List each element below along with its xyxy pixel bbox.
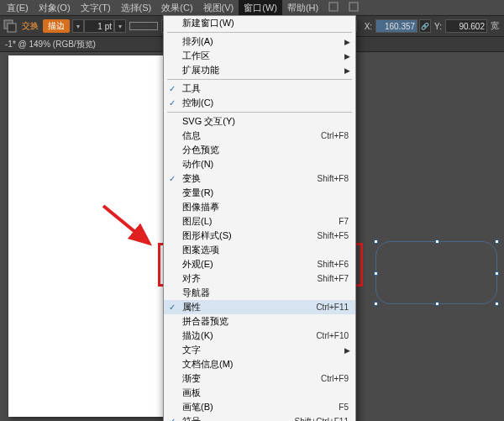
menu-row[interactable]: 文字▶ — [164, 343, 355, 357]
menu-row-label: SVG 交互(Y) — [182, 115, 235, 128]
window-menu-dropdown: 新建窗口(W)排列(A)▶工作区▶扩展功能▶✓工具✓控制(C)SVG 交互(Y)… — [163, 15, 356, 421]
menu-row-label: 排列(A) — [182, 35, 213, 48]
resize-handle[interactable] — [495, 271, 499, 276]
menu-row[interactable]: 文档信息(M) — [164, 357, 355, 371]
menu-row[interactable]: 新建窗口(W) — [164, 16, 355, 30]
menu-row[interactable]: 工作区▶ — [164, 49, 355, 63]
stroke-style-preview[interactable] — [129, 22, 158, 30]
resize-handle[interactable] — [374, 239, 378, 244]
menu-row[interactable]: 分色预览 — [164, 143, 355, 157]
stroke-panel-button[interactable]: 描边 — [43, 19, 70, 33]
menu-row[interactable]: 信息Ctrl+F8 — [164, 129, 355, 143]
menu-row[interactable]: 图像描摹 — [164, 200, 355, 214]
menu-row-label: 外观(E) — [182, 258, 213, 271]
menu-row-label: 渐变 — [182, 372, 201, 385]
menu-item[interactable]: 选择(S) — [116, 0, 157, 16]
menu-row-label: 新建窗口(W) — [182, 17, 234, 29]
stroke-weight-down[interactable]: ▾ — [72, 19, 84, 33]
menu-row-label: 变换 — [182, 172, 201, 185]
menu-row[interactable]: 画笔(B)F5 — [164, 400, 355, 414]
resize-handle[interactable] — [435, 239, 439, 244]
menu-item[interactable]: 对象(O) — [34, 0, 76, 16]
menu-row[interactable]: 扩展功能▶ — [164, 63, 355, 77]
stroke-weight-menu[interactable]: ▾ — [114, 19, 126, 33]
menu-row[interactable]: 图案选项 — [164, 243, 355, 257]
resize-handle[interactable] — [495, 302, 499, 306]
menu-row[interactable]: ✓属性Ctrl+F11 — [164, 300, 355, 314]
menu-row[interactable]: ✓变换Shift+F8 — [164, 171, 355, 186]
menu-shortcut: Shift+F8 — [317, 174, 349, 183]
menu-row[interactable]: 外观(E)Shift+F6 — [164, 257, 355, 271]
menu-row[interactable]: 拼合器预览 — [164, 314, 355, 329]
menu-row-label: 文档信息(M) — [182, 358, 234, 371]
menu-shortcut: Ctrl+F11 — [316, 303, 349, 312]
menu-shortcut: Shift+F5 — [317, 231, 349, 240]
menu-row[interactable]: 图层(L)F7 — [164, 214, 355, 229]
menu-row[interactable]: 变量(R) — [164, 186, 355, 200]
x-label: X: — [365, 22, 372, 31]
document-tab[interactable]: -1* @ 149% (RGB/预览) — [5, 39, 96, 50]
resize-handle[interactable] — [435, 302, 439, 306]
check-icon: ✓ — [169, 84, 176, 93]
x-field[interactable] — [375, 19, 417, 33]
menu-row[interactable]: 画板 — [164, 386, 355, 400]
menu-row[interactable]: 渐变Ctrl+F9 — [164, 371, 355, 386]
menu-row[interactable]: 动作(N) — [164, 157, 355, 171]
check-icon: ✓ — [169, 98, 176, 108]
menu-item[interactable]: 窗口(W) — [239, 0, 282, 16]
resize-handle[interactable] — [374, 271, 378, 276]
selected-rounded-rect[interactable] — [375, 241, 497, 304]
menu-row[interactable]: 导航器 — [164, 286, 355, 300]
menu-shortcut: Ctrl+F10 — [316, 331, 349, 340]
menu-row[interactable]: 排列(A)▶ — [164, 34, 355, 49]
menu-row-label: 对齐 — [182, 272, 201, 285]
menu-shortcut: Shift+Ctrl+F11 — [295, 417, 349, 421]
x-lock-icon[interactable]: 🔗 — [419, 19, 431, 33]
menu-item[interactable]: 直(E) — [2, 0, 34, 16]
menu-row-label: 导航器 — [182, 287, 210, 299]
menu-row-label: 属性 — [182, 301, 201, 313]
menu-row[interactable]: ✓工具 — [164, 82, 355, 96]
menu-item[interactable]: 视图(V) — [198, 0, 239, 16]
menu-item[interactable]: 效果(C) — [156, 0, 197, 16]
menu-separator — [167, 32, 352, 33]
menu-shortcut: Shift+F7 — [317, 274, 349, 283]
stroke-weight-field[interactable] — [84, 19, 114, 33]
menu-row-label: 符号 — [182, 415, 201, 421]
menu-row[interactable]: 图形样式(S)Shift+F5 — [164, 229, 355, 243]
menu-row[interactable]: ✓符号Shift+Ctrl+F11 — [164, 414, 355, 421]
check-icon: ✓ — [169, 303, 176, 312]
menu-row-label: 工作区 — [182, 50, 210, 62]
menu-shortcut: F5 — [339, 403, 349, 412]
submenu-arrow-icon: ▶ — [344, 66, 350, 75]
menu-row-label: 动作(N) — [182, 158, 213, 171]
submenu-arrow-icon: ▶ — [344, 346, 350, 355]
menu-row[interactable]: 对齐Shift+F7 — [164, 271, 355, 286]
menu-row-label: 图像描摹 — [182, 201, 219, 213]
menu-row-label: 画板 — [182, 387, 201, 399]
menu-row[interactable]: 描边(K)Ctrl+F10 — [164, 329, 355, 343]
menu-item[interactable]: 帮助(H) — [282, 0, 323, 16]
doc-icon[interactable] — [344, 0, 364, 15]
fill-swatch[interactable] — [2, 18, 18, 34]
menu-item[interactable]: 文字(T) — [76, 0, 116, 16]
resize-handle[interactable] — [495, 239, 499, 244]
menu-row-label: 工具 — [182, 82, 201, 95]
menu-separator — [167, 79, 352, 80]
menu-shortcut: Ctrl+F9 — [321, 374, 349, 383]
menu-row-label: 图层(L) — [182, 215, 212, 228]
menu-row[interactable]: SVG 交互(Y) — [164, 114, 355, 129]
menu-shortcut: F7 — [339, 217, 349, 226]
menu-row[interactable]: ✓控制(C) — [164, 96, 355, 110]
resize-handle[interactable] — [374, 302, 378, 306]
menu-shortcut: Shift+F6 — [317, 260, 349, 269]
menu-row-label: 画笔(B) — [182, 401, 213, 413]
grid-icon[interactable] — [323, 0, 344, 15]
menu-row-label: 拼合器预览 — [182, 315, 228, 328]
swap-colors[interactable]: 交换 — [20, 20, 40, 32]
menu-shortcut: Ctrl+F8 — [321, 131, 349, 140]
menu-row-label: 图形样式(S) — [182, 229, 232, 242]
menu-row-label: 控制(C) — [182, 97, 213, 109]
menu-row-label: 分色预览 — [182, 144, 219, 156]
y-field[interactable] — [445, 19, 487, 33]
